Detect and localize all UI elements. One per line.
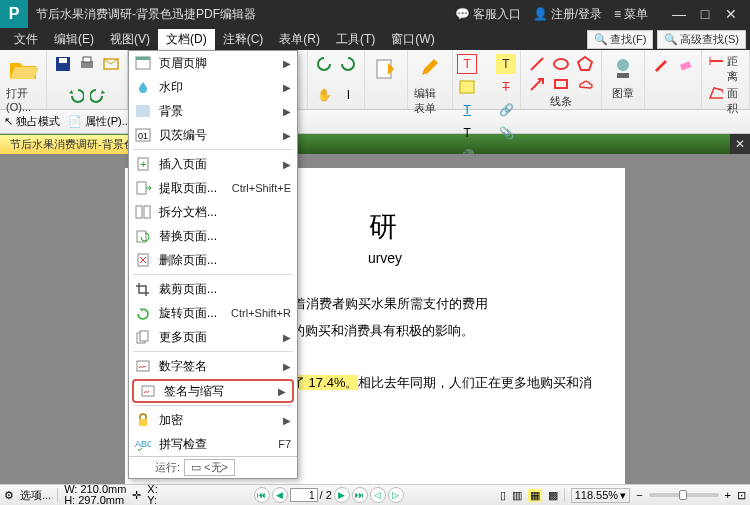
menu-tools[interactable]: 工具(T): [328, 29, 383, 50]
zoom-in-button[interactable]: +: [725, 489, 731, 501]
menu-item-insert[interactable]: +插入页面▶: [129, 152, 297, 176]
oval-button[interactable]: [551, 54, 571, 74]
first-page-button[interactable]: ⏮: [254, 487, 270, 503]
pencil-draw-button[interactable]: [651, 54, 671, 74]
menu-item-water[interactable]: 水印▶: [129, 75, 297, 99]
more-icon: [133, 328, 153, 346]
area-button[interactable]: 面积: [708, 86, 743, 116]
close-button[interactable]: ✕: [718, 4, 744, 24]
properties-button[interactable]: 📄属性(P)...: [68, 114, 131, 129]
edit-text-button[interactable]: [371, 54, 401, 84]
menu-item-rotate[interactable]: 旋转页面...Ctrl+Shift+R: [129, 301, 297, 325]
menu-comment[interactable]: 注释(C): [215, 29, 272, 50]
replace-icon: [133, 227, 153, 245]
rect-button[interactable]: [551, 74, 571, 94]
menu-item-header[interactable]: 页眉页脚▶: [129, 51, 297, 75]
menu-item-more[interactable]: 更多页面▶: [129, 325, 297, 349]
menu-item-bates[interactable]: 01贝茨编号▶: [129, 123, 297, 147]
menu-item-split[interactable]: 拆分文档...: [129, 200, 297, 224]
menu-item-crop[interactable]: 裁剪页面...: [129, 277, 297, 301]
menu-item-spell[interactable]: ABC拼写检查F7: [129, 432, 297, 456]
layout-book-button[interactable]: ▩: [548, 489, 558, 502]
tab-close-button[interactable]: ✕: [730, 134, 750, 154]
zoom-out-button[interactable]: −: [636, 489, 642, 501]
link-button[interactable]: 🔗: [496, 100, 516, 120]
chevron-right-icon: ▶: [283, 361, 291, 372]
prev-page-button[interactable]: ◀: [272, 487, 288, 503]
nav-fwd-button[interactable]: ▷: [388, 487, 404, 503]
menu-item-label: 签名与缩写: [164, 383, 224, 400]
undo-button[interactable]: [65, 85, 85, 105]
maximize-button[interactable]: □: [692, 4, 718, 24]
open-button[interactable]: 打开(O)...: [6, 54, 40, 113]
svg-point-8: [554, 59, 568, 69]
options-gear-icon[interactable]: ⚙: [4, 489, 14, 502]
redo-button[interactable]: [89, 85, 109, 105]
header-icon: [133, 54, 153, 72]
menu-file[interactable]: 文件: [6, 29, 46, 50]
underline-button[interactable]: T: [457, 100, 477, 120]
advanced-find-button[interactable]: 🔍高级查找(S): [657, 30, 746, 49]
menu-item-sign[interactable]: 签名与缩写▶: [132, 379, 294, 403]
find-button[interactable]: 🔍查找(F): [587, 30, 653, 49]
menu-item-replace[interactable]: 替换页面...: [129, 224, 297, 248]
svg-rect-34: [142, 386, 154, 396]
strikeout-button[interactable]: T: [496, 77, 516, 97]
menu-edit[interactable]: 编辑(E): [46, 29, 102, 50]
select-tool-button[interactable]: I: [338, 85, 358, 105]
next-page-button[interactable]: ▶: [334, 487, 350, 503]
login-link[interactable]: 👤注册/登录: [533, 6, 602, 23]
menu-item-digisign[interactable]: 数字签名▶: [129, 354, 297, 378]
stamp-button[interactable]: 图章: [608, 54, 638, 101]
menu-document[interactable]: 文档(D): [158, 29, 215, 50]
layout-facing-button[interactable]: ▦: [528, 489, 542, 502]
menu-item-delete[interactable]: 删除页面...: [129, 248, 297, 272]
save-button[interactable]: [53, 54, 73, 74]
solo-mode-button[interactable]: ↖独占模式: [4, 114, 60, 129]
menu-item-bg[interactable]: 背景▶: [129, 99, 297, 123]
polygon-button[interactable]: [575, 54, 595, 74]
svg-rect-35: [139, 419, 147, 426]
zoom-slider[interactable]: [649, 493, 719, 497]
arrow-button[interactable]: [527, 74, 547, 94]
menu-item-label: 删除页面...: [159, 252, 217, 269]
edit-form-button[interactable]: 编辑表单: [414, 54, 446, 116]
eraser-button[interactable]: [675, 54, 695, 74]
document-tab[interactable]: 节后水果消费调研-背景色: [0, 135, 146, 154]
layout-continuous-button[interactable]: ▥: [512, 489, 522, 502]
cloud-button[interactable]: [575, 74, 595, 94]
zoom-dropdown[interactable]: 118.55%▾: [571, 488, 630, 503]
digisign-icon: [133, 357, 153, 375]
run-target-select[interactable]: ▭ <无>: [184, 459, 235, 476]
mail-button[interactable]: [101, 54, 121, 74]
last-page-button[interactable]: ⏭: [352, 487, 368, 503]
options-link[interactable]: 选项...: [20, 488, 51, 503]
distance-button[interactable]: 距离 面积: [708, 54, 743, 116]
page-icon: 📄: [68, 115, 82, 128]
menu-item-encrypt[interactable]: 加密▶: [129, 408, 297, 432]
note-button[interactable]: [457, 77, 477, 97]
rotate-right-button[interactable]: [338, 54, 358, 74]
hand-tool-button[interactable]: ✋: [314, 85, 334, 105]
menu-form[interactable]: 表单(R): [271, 29, 328, 50]
highlight-button[interactable]: T: [496, 54, 516, 74]
svg-rect-13: [617, 73, 629, 78]
attach-button[interactable]: 📎: [496, 123, 516, 143]
menu-window[interactable]: 窗口(W): [383, 29, 442, 50]
menu-item-extract[interactable]: 提取页面...Ctrl+Shift+E: [129, 176, 297, 200]
page-number-input[interactable]: [290, 488, 318, 502]
rotate-left-button[interactable]: [314, 54, 334, 74]
toolbar: 打开(O)... 5% ▾ 🔍 🔎 小 ✋ I: [0, 50, 750, 110]
line-button[interactable]: [527, 54, 547, 74]
print-button[interactable]: [77, 54, 97, 74]
fit-page-button[interactable]: ⊡: [737, 489, 746, 502]
insert-text-button[interactable]: T: [457, 123, 477, 143]
minimize-button[interactable]: —: [666, 4, 692, 24]
service-link[interactable]: 💬客服入口: [455, 6, 521, 23]
nav-back-button[interactable]: ◁: [370, 487, 386, 503]
layout-single-button[interactable]: ▯: [500, 489, 506, 502]
menu-view[interactable]: 视图(V): [102, 29, 158, 50]
main-menu-link[interactable]: ≡菜单: [614, 6, 648, 23]
document-tab-bar: 节后水果消费调研-背景色 ✕: [0, 134, 750, 154]
text-box-button[interactable]: T: [457, 54, 477, 74]
